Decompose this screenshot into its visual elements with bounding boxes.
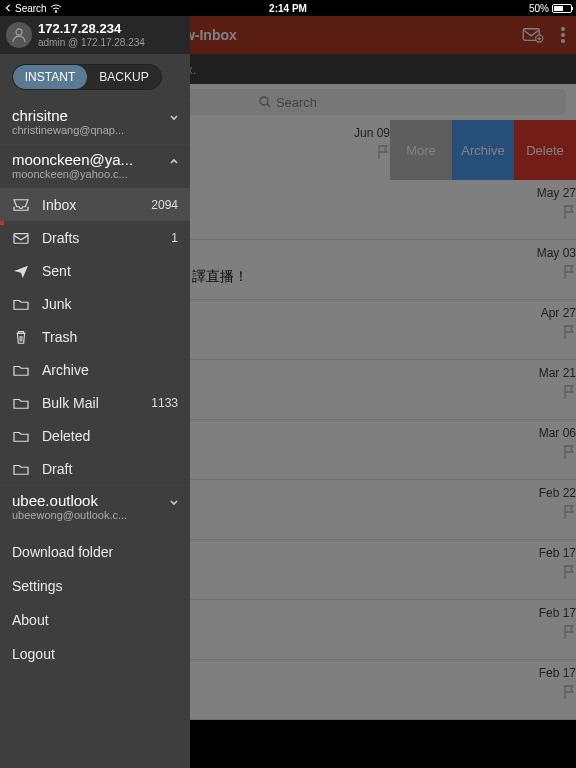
svg-point-0 xyxy=(55,11,57,13)
account-name: moonckeen@ya... xyxy=(12,151,178,168)
mode-toggle[interactable]: INSTANT BACKUP xyxy=(12,64,162,90)
status-battery-pct: 50% xyxy=(529,3,549,14)
menu-download-folder[interactable]: Download folder xyxy=(0,535,190,569)
folder-bulk-mail[interactable]: Bulk Mail 1133 xyxy=(0,386,190,419)
menu-settings[interactable]: Settings xyxy=(0,569,190,603)
menu-label: Settings xyxy=(12,578,178,594)
folder-label: Junk xyxy=(42,296,178,312)
drafts-icon xyxy=(12,231,30,245)
folder-label: Inbox xyxy=(42,197,139,213)
folder-icon xyxy=(12,396,30,410)
server-sub: admin @ 172.17.28.234 xyxy=(38,37,145,48)
back-chevron-icon[interactable] xyxy=(4,4,12,12)
chevron-up-icon xyxy=(168,155,180,167)
folder-inbox[interactable]: Inbox 2094 xyxy=(0,188,190,221)
account-header[interactable]: moonckeen@ya... moonckeen@yahoo.c... xyxy=(0,144,190,188)
menu-label: Logout xyxy=(12,646,178,662)
folder-archive[interactable]: Archive xyxy=(0,353,190,386)
server-ip: 172.17.28.234 xyxy=(38,22,145,36)
battery-icon xyxy=(552,4,572,13)
folder-count: 1133 xyxy=(151,396,178,410)
chevron-down-icon xyxy=(168,496,180,508)
folder-label: Draft xyxy=(42,461,178,477)
folder-deleted[interactable]: Deleted xyxy=(0,419,190,452)
menu-logout[interactable]: Logout xyxy=(0,637,190,671)
folder-draft[interactable]: Draft xyxy=(0,452,190,485)
folder-icon xyxy=(12,297,30,311)
folder-label: Deleted xyxy=(42,428,178,444)
folder-drafts[interactable]: Drafts 1 xyxy=(0,221,190,254)
folder-count: 1 xyxy=(171,231,178,245)
folder-label: Sent xyxy=(42,263,178,279)
account-email: christinewang@qnap... xyxy=(12,124,178,136)
folder-label: Archive xyxy=(42,362,178,378)
svg-point-7 xyxy=(16,29,22,35)
tab-backup[interactable]: BACKUP xyxy=(87,65,161,89)
wifi-icon xyxy=(50,4,60,12)
menu-label: About xyxy=(12,612,178,628)
folder-label: Drafts xyxy=(42,230,159,246)
folder-count: 2094 xyxy=(151,198,178,212)
sidebar-header: 172.17.28.234 admin @ 172.17.28.234 xyxy=(0,16,190,54)
folder-icon xyxy=(12,363,30,377)
folder-junk[interactable]: Junk xyxy=(0,287,190,320)
account-name: ubee.outlook xyxy=(12,492,178,509)
account-header[interactable]: ubee.outlook ubeewong@outlook.c... xyxy=(0,485,190,529)
account-name: chrisitne xyxy=(12,107,178,124)
chevron-down-icon xyxy=(168,111,180,123)
account-email: moonckeen@yahoo.c... xyxy=(12,168,178,180)
folder-trash[interactable]: Trash xyxy=(0,320,190,353)
menu-about[interactable]: About xyxy=(0,603,190,637)
sidebar: 172.17.28.234 admin @ 172.17.28.234 INST… xyxy=(0,16,190,768)
folder-label: Bulk Mail xyxy=(42,395,139,411)
status-back[interactable]: Search xyxy=(15,3,47,14)
svg-rect-8 xyxy=(14,233,28,243)
folder-label: Trash xyxy=(42,329,178,345)
account-header[interactable]: chrisitne christinewang@qnap... xyxy=(0,100,190,144)
account-email: ubeewong@outlook.c... xyxy=(12,509,178,521)
folder-sent[interactable]: Sent xyxy=(0,254,190,287)
status-time: 2:14 PM xyxy=(269,3,307,14)
trash-icon xyxy=(12,329,30,345)
sent-icon xyxy=(12,264,30,278)
folder-icon xyxy=(12,462,30,476)
avatar xyxy=(6,22,32,48)
folder-icon xyxy=(12,429,30,443)
menu-label: Download folder xyxy=(12,544,178,560)
tab-instant[interactable]: INSTANT xyxy=(13,65,87,89)
inbox-icon xyxy=(12,198,30,212)
